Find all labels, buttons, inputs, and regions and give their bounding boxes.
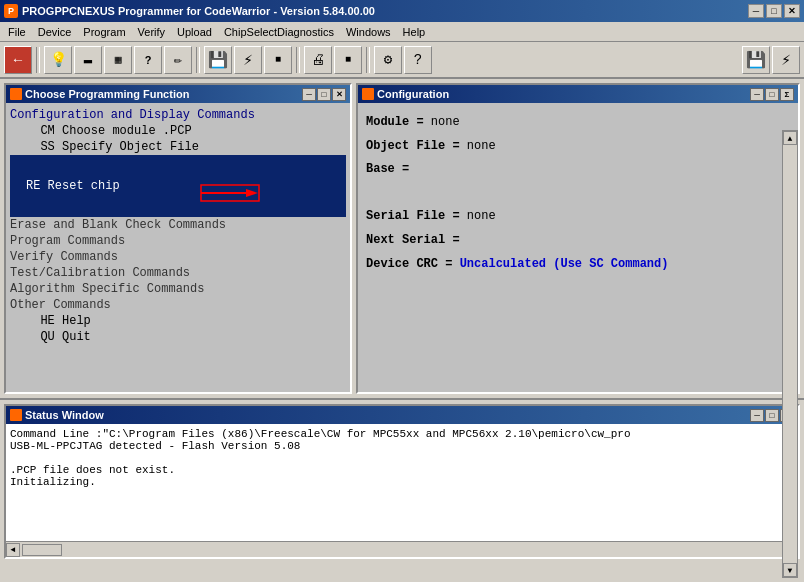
status-line-3 [10,452,778,464]
status-line-1: Command Line :"C:\Program Files (x86)\Fr… [10,428,778,440]
right-scrollbar[interactable]: ▲ ▼ [782,130,798,578]
cmd-qu[interactable]: QU Quit [10,329,346,345]
left-panel-title-left: Choose Programming Function [10,88,189,100]
toolbar-separator-3 [296,47,300,73]
app-icon: P [4,4,18,18]
cmd-cm[interactable]: CM Choose module .PCP [10,123,346,139]
bar-button[interactable]: ▬ [74,46,102,74]
left-panel-max[interactable]: □ [317,88,331,101]
info-button[interactable]: 💡 [44,46,72,74]
title-bar-buttons: ─ □ ✕ [748,4,800,18]
status-content: Command Line :"C:\Program Files (x86)\Fr… [6,424,782,541]
config-content: Module = none Object File = none Base = … [358,103,798,392]
horizontal-scrollbar[interactable]: ◄ ► [6,541,798,557]
left-panel-min[interactable]: ─ [302,88,316,101]
right-panel-icon [362,88,374,100]
status-panel-max[interactable]: □ [765,409,779,422]
config-base: Base = [366,158,790,182]
status-line-4: .PCP file does not exist. [10,464,778,476]
right-panel-close[interactable]: Σ [780,88,794,101]
toolbar: ← 💡 ▬ ▦ ? ✏ 💾 ⚡ ■ 🖨 ■ ⚙ ? 💾 ⚡ [0,42,804,78]
gear-button[interactable]: ⚙ [374,46,402,74]
status-panel-title-left: Status Window [10,409,104,421]
left-panel-icon [10,88,22,100]
right-panel-titlebar: Configuration ─ □ Σ [358,85,798,103]
toolbar-separator-2 [196,47,200,73]
status-line-5: Initializing. [10,476,778,488]
title-bar: P PROGPPCNEXUS Programmer for CodeWarrio… [0,0,804,22]
left-panel-controls: ─ □ ✕ [302,88,346,101]
grid-button[interactable]: ▦ [104,46,132,74]
square-button[interactable]: ■ [264,46,292,74]
toolbar-separator-4 [366,47,370,73]
left-panel-close[interactable]: ✕ [332,88,346,101]
edit-button[interactable]: ✏ [164,46,192,74]
scroll-down-arrow[interactable]: ▼ [783,563,797,577]
save-button[interactable]: 💾 [204,46,232,74]
menu-program[interactable]: Program [77,22,131,41]
help-button[interactable]: ? [134,46,162,74]
right-panel-controls: ─ □ Σ [750,88,794,101]
cmd-algo-section: Algorithm Specific Commands [10,281,346,297]
scroll-up-arrow[interactable]: ▲ [783,131,797,145]
cmd-re-text: RE Reset chip [26,179,120,193]
flash2-button[interactable]: ⚡ [772,46,800,74]
print-button[interactable]: 🖨 [304,46,332,74]
config-blank [366,182,790,206]
title-bar-left: P PROGPPCNEXUS Programmer for CodeWarrio… [4,4,375,18]
minimize-button[interactable]: ─ [748,4,764,18]
scroll-left-arrow[interactable]: ◄ [6,543,20,557]
menu-help[interactable]: Help [397,22,432,41]
menu-verify[interactable]: Verify [132,22,172,41]
svg-marker-2 [246,189,258,197]
back-button[interactable]: ← [4,46,32,74]
config-device-crc: Device CRC = Uncalculated (Use SC Comman… [366,253,790,277]
red-arrow-icon [128,156,260,216]
cmd-he[interactable]: HE Help [10,313,346,329]
status-line-2: USB-ML-PPCJTAG detected - Flash Version … [10,440,778,452]
cmd-test-section: Test/Calibration Commands [10,265,346,281]
question-button[interactable]: ? [404,46,432,74]
right-panel-title-left: Configuration [362,88,449,100]
config-next-serial: Next Serial = [366,229,790,253]
status-panel: Status Window ─ □ Σ Command Line :"C:\Pr… [4,404,800,559]
cmd-ss[interactable]: SS Specify Object File [10,139,346,155]
close-button[interactable]: ✕ [784,4,800,18]
maximize-button[interactable]: □ [766,4,782,18]
window-title: PROGPPCNEXUS Programmer for CodeWarrior … [22,5,375,17]
cmd-program-section: Program Commands [10,233,346,249]
right-panel: Configuration ─ □ Σ Module = none Object… [356,83,800,394]
cmd-verify-section: Verify Commands [10,249,346,265]
flash-button[interactable]: ⚡ [234,46,262,74]
right-panel-max[interactable]: □ [765,88,779,101]
menu-upload[interactable]: Upload [171,22,218,41]
cmd-erase-section: Erase and Blank Check Commands [10,217,346,233]
right-panel-min[interactable]: ─ [750,88,764,101]
config-serial-file: Serial File = none [366,205,790,229]
status-panel-titlebar: Status Window ─ □ Σ [6,406,798,424]
menu-bar: File Device Program Verify Upload ChipSe… [0,22,804,42]
config-crc-value: Uncalculated (Use SC Command) [460,257,669,271]
menu-windows[interactable]: Windows [340,22,397,41]
toolbar-separator-1 [36,47,40,73]
save2-button[interactable]: 💾 [742,46,770,74]
config-object-file: Object File = none [366,135,790,159]
scroll-track [783,145,797,563]
left-panel-titlebar: Choose Programming Function ─ □ ✕ [6,85,350,103]
left-panel-content: Configuration and Display Commands CM Ch… [6,103,350,392]
status-body: Command Line :"C:\Program Files (x86)\Fr… [6,424,798,541]
square2-button[interactable]: ■ [334,46,362,74]
left-panel-title: Choose Programming Function [25,88,189,100]
status-panel-icon [10,409,22,421]
menu-device[interactable]: Device [32,22,78,41]
main-area: Choose Programming Function ─ □ ✕ Config… [0,78,804,398]
status-section: Status Window ─ □ Σ Command Line :"C:\Pr… [0,398,804,563]
cmd-other-section: Other Commands [10,297,346,313]
scroll-thumb[interactable] [22,544,62,556]
status-panel-min[interactable]: ─ [750,409,764,422]
config-section-header: Configuration and Display Commands [10,107,346,123]
menu-chipselect[interactable]: ChipSelectDiagnostics [218,22,340,41]
left-panel: Choose Programming Function ─ □ ✕ Config… [4,83,352,394]
cmd-re[interactable]: RE Reset chip [10,155,346,217]
menu-file[interactable]: File [2,22,32,41]
